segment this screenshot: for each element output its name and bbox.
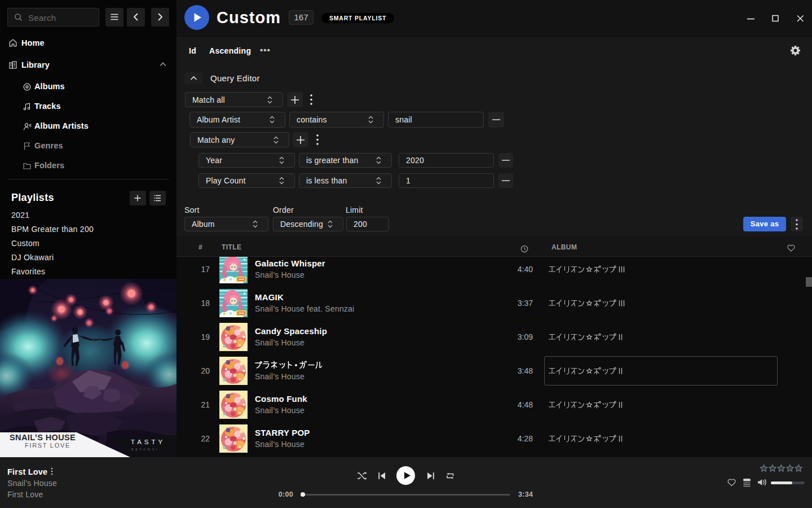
svg-text:FIRST LOVE: FIRST LOVE [25, 442, 70, 449]
svg-text:SNAIL’S HOUSE: SNAIL’S HOUSE [10, 433, 76, 442]
svg-text:TASTY: TASTY [131, 439, 165, 445]
svg-text:BETAMXI: BETAMXI [131, 448, 159, 451]
